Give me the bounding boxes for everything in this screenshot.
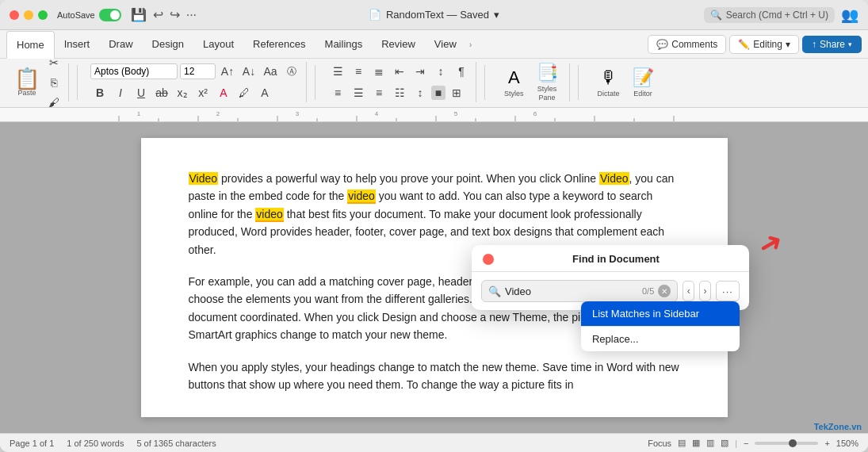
search-bar[interactable]: 🔍 Search (Cmd + Ctrl + U) <box>704 7 835 23</box>
multilevel-button[interactable]: ≣ <box>369 62 388 81</box>
bullets-button[interactable]: ☰ <box>328 62 347 81</box>
zoom-thumb <box>789 439 797 447</box>
superscript-button[interactable]: x² <box>193 83 212 102</box>
find-search-icon: 🔍 <box>488 285 501 297</box>
strikethrough-button[interactable]: ab <box>152 83 171 102</box>
tab-layout[interactable]: Layout <box>193 30 243 58</box>
highlight-video-2: Video <box>599 172 629 185</box>
align-right-button[interactable]: ≡ <box>369 83 388 102</box>
underline-button[interactable]: U <box>132 83 151 102</box>
comments-button[interactable]: 💬 Comments <box>648 35 726 54</box>
zoom-level[interactable]: 150% <box>836 439 858 448</box>
font-row1: Aptos (Body) 12 A↑ A↓ Aa Ⓐ <box>90 62 301 81</box>
tab-home[interactable]: Home <box>6 31 55 59</box>
subscript-button[interactable]: x₂ <box>173 83 192 102</box>
document-area: Video provides a powerful way to help yo… <box>0 122 868 433</box>
numbering-button[interactable]: ≡ <box>349 62 368 81</box>
maximize-button[interactable] <box>38 10 48 20</box>
tab-references[interactable]: References <box>243 30 315 58</box>
align-left-button[interactable]: ≡ <box>328 83 347 102</box>
paste-button[interactable]: 📋 Paste <box>11 67 43 98</box>
line-spacing-button[interactable]: ↕ <box>411 83 430 102</box>
traffic-lights <box>10 10 48 20</box>
editing-button[interactable]: ✏️ Editing ▾ <box>729 35 799 54</box>
decrease-font-button[interactable]: A↓ <box>239 62 258 81</box>
increase-font-button[interactable]: A↑ <box>218 62 237 81</box>
find-dialog-header: Find in Document <box>472 245 749 272</box>
layout-icon-1[interactable]: ▤ <box>678 438 686 448</box>
layout-icon-3[interactable]: ▥ <box>706 438 714 448</box>
font-color-button[interactable]: A <box>214 83 233 102</box>
more-icon[interactable]: ··· <box>186 8 197 22</box>
svg-text:6: 6 <box>533 110 537 117</box>
change-case-button[interactable]: Aa <box>261 62 280 81</box>
titlebar-right: 🔍 Search (Cmd + Ctrl + U) 👥 <box>704 6 858 24</box>
highlight-button[interactable]: 🖊 <box>235 83 254 102</box>
share-button[interactable]: ↑ Share ▾ <box>802 36 862 53</box>
justify-button[interactable]: ☷ <box>390 83 409 102</box>
dictate-button[interactable]: 🎙 Dictate <box>593 66 625 99</box>
zoom-minus-button[interactable]: − <box>744 439 748 448</box>
sep-line: | <box>735 439 737 448</box>
cut-button[interactable]: ✂ <box>44 59 63 72</box>
find-close-button[interactable] <box>483 254 494 265</box>
editor-icon: 📝 <box>633 67 654 88</box>
bold-button[interactable]: B <box>90 83 109 102</box>
close-button[interactable] <box>10 10 19 20</box>
svg-rect-0 <box>0 108 868 122</box>
font-size-select[interactable]: 12 <box>180 63 216 79</box>
tab-mailings[interactable]: Mailings <box>315 30 373 58</box>
status-right: Focus ▤ ▦ ▥ ▧ | − + 150% <box>648 438 858 448</box>
format-painter-button[interactable]: 🖌 <box>44 93 63 109</box>
copy-button[interactable]: ⎘ <box>44 73 63 92</box>
replace-item[interactable]: Replace... <box>581 327 740 351</box>
search-placeholder: Search (Cmd + Ctrl + U) <box>726 10 828 21</box>
find-input[interactable] <box>505 285 638 297</box>
find-clear-button[interactable]: ✕ <box>658 285 671 297</box>
zoom-slider[interactable] <box>755 442 818 445</box>
find-more-button[interactable]: ··· <box>716 281 740 301</box>
autosave-toggle[interactable] <box>99 9 121 21</box>
tab-insert[interactable]: Insert <box>55 30 100 58</box>
ruler: 1 2 3 4 5 6 <box>0 108 868 122</box>
undo-icon[interactable]: ↩ <box>153 7 163 22</box>
sort-button[interactable]: ↕ <box>431 62 450 81</box>
increase-indent-button[interactable]: ⇥ <box>411 62 430 81</box>
redo-icon[interactable]: ↪ <box>170 7 180 22</box>
shading-button[interactable]: ■ <box>431 86 445 100</box>
zoom-plus-button[interactable]: + <box>824 439 829 448</box>
paragraph-3: When you apply styles, your headings cha… <box>189 358 680 394</box>
styles-pane-button[interactable]: 📑 StylesPane <box>532 61 563 104</box>
find-more-container: ··· List Matches in Sidebar Replace... <box>716 281 740 301</box>
decrease-indent-button[interactable]: ⇤ <box>390 62 409 81</box>
show-hide-button[interactable]: ¶ <box>452 62 471 81</box>
titlebar: AutoSave 💾 ↩ ↪ ··· 📄 RandomText — Saved … <box>0 0 868 30</box>
tab-view[interactable]: View <box>425 30 466 58</box>
more-tabs-icon[interactable]: › <box>469 40 472 49</box>
sep4 <box>578 65 579 100</box>
text-color-button[interactable]: A <box>255 83 274 102</box>
layout-icon-4[interactable]: ▧ <box>721 438 728 448</box>
align-center-button[interactable]: ☰ <box>349 83 368 102</box>
sep1 <box>77 65 78 100</box>
find-prev-button[interactable]: ‹ <box>683 281 694 301</box>
tab-draw[interactable]: Draw <box>99 30 142 58</box>
styles-button[interactable]: A Styles <box>499 66 529 99</box>
focus-label[interactable]: Focus <box>648 439 671 448</box>
tab-design[interactable]: Design <box>143 30 193 58</box>
tab-review[interactable]: Review <box>372 30 425 58</box>
layout-icon-2[interactable]: ▦ <box>692 438 700 448</box>
borders-button[interactable]: ⊞ <box>447 83 466 102</box>
font-family-select[interactable]: Aptos (Body) <box>90 63 178 79</box>
minimize-button[interactable] <box>24 10 33 20</box>
clear-formatting-button[interactable]: Ⓐ <box>282 62 301 81</box>
save-icon[interactable]: 💾 <box>131 7 147 22</box>
collab-icon[interactable]: 👥 <box>841 6 858 24</box>
editor-button[interactable]: 📝 Editor <box>628 66 659 99</box>
chevron-down-icon[interactable]: ▾ <box>494 9 499 21</box>
find-next-button[interactable]: › <box>699 281 711 301</box>
find-input-wrap: 🔍 0/5 ✕ <box>481 280 678 302</box>
list-matches-item[interactable]: List Matches in Sidebar <box>581 301 740 326</box>
italic-button[interactable]: I <box>111 83 130 102</box>
page-info: Page 1 of 1 <box>10 439 54 448</box>
